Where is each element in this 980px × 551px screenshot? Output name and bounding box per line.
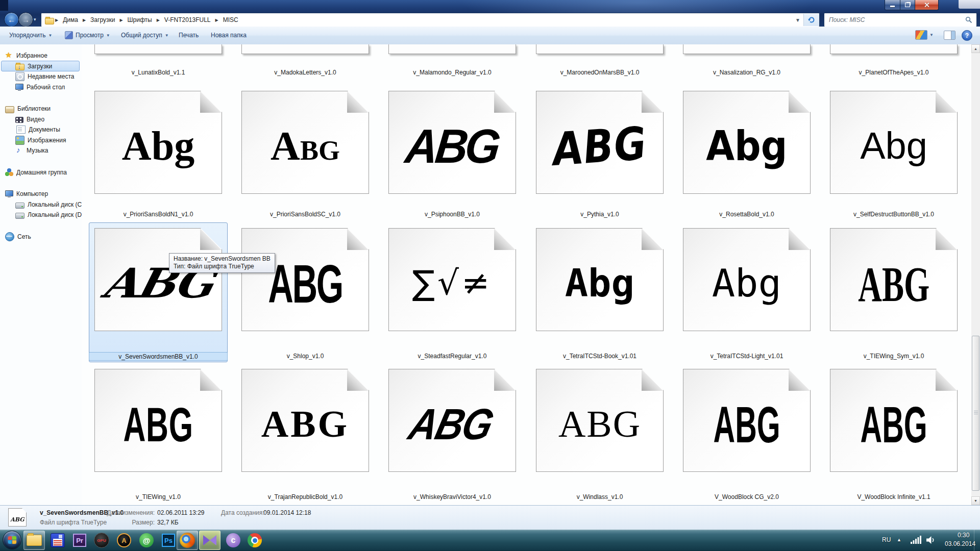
change-view-button[interactable]: ▼ xyxy=(915,30,934,40)
font-file-icon[interactable]: ABG xyxy=(536,369,664,472)
taskbar-app-mailru-agent[interactable]: @ xyxy=(136,531,157,550)
font-file-icon[interactable]: ABG xyxy=(241,228,369,331)
sidebar-item-музыка[interactable]: Музыка xyxy=(15,145,48,156)
font-file-label[interactable]: V_WoodBlock CG_v2.0 xyxy=(677,493,816,502)
new-folder-button[interactable]: Новая папка xyxy=(211,27,247,44)
sidebar-item-видео[interactable]: Видео xyxy=(15,114,44,124)
search-icon[interactable] xyxy=(965,16,976,23)
font-file-icon[interactable]: ABG xyxy=(94,228,222,331)
taskbar-app-bittorrent[interactable]: c xyxy=(223,531,244,550)
font-file-label[interactable]: v_TIEWing_Sym_v1.0 xyxy=(824,352,963,361)
font-file-label[interactable]: v_RosettaBold_v1.0 xyxy=(677,210,816,219)
font-file-label[interactable]: v_PrioriSansBoldSC_v1.0 xyxy=(236,210,375,219)
sidebar-item-загрузки[interactable]: ↓Загрузки xyxy=(15,61,52,71)
scrollbar-thumb[interactable] xyxy=(972,336,979,491)
help-button[interactable]: ? xyxy=(962,30,972,41)
font-file-label[interactable]: v_TetraITCStd-Light_v1.01 xyxy=(677,352,816,361)
font-file-icon[interactable]: ∑√≠ xyxy=(388,228,516,331)
sidebar-item-документы[interactable]: Документы xyxy=(15,124,60,135)
search-box[interactable]: Поиск: MISC xyxy=(824,13,977,27)
minimize-button[interactable] xyxy=(885,0,900,10)
scroll-up-button[interactable]: ▲ xyxy=(971,44,980,53)
show-hidden-icons-button[interactable]: ▲ xyxy=(897,537,901,542)
font-file-label[interactable]: v_Nasalization_RG_v1.0 xyxy=(677,68,816,77)
font-file-label[interactable]: v_TrajanRepublicBold_v1.0 xyxy=(236,493,375,502)
sidebar-item-рабочий-стол[interactable]: Рабочий стол xyxy=(15,82,65,92)
taskbar-app-floppy-disk[interactable] xyxy=(47,531,68,550)
address-dropdown-icon[interactable]: ▼ xyxy=(792,17,803,23)
recent-pages-chevron[interactable]: ▾ xyxy=(34,17,36,22)
font-file-label[interactable]: v_PlanetOfTheApes_v1.0 xyxy=(824,68,963,77)
font-file-label[interactable]: v_PrioriSansBoldN1_v1.0 xyxy=(89,210,228,219)
refresh-button[interactable] xyxy=(803,14,819,26)
font-file-icon-partial[interactable] xyxy=(94,44,222,54)
font-file-label[interactable]: V_WoodBlock Infinite_v1.1 xyxy=(824,493,963,502)
taskbar-app-aimp[interactable]: A xyxy=(113,531,135,550)
sidebar-item-библиотеки[interactable]: Библиотеки xyxy=(5,104,51,114)
back-button[interactable]: ← xyxy=(4,12,19,27)
font-file-label[interactable]: v_SteadfastRegular_v1.0 xyxy=(383,352,522,361)
font-file-label[interactable]: v_PsiphoonBB_v1.0 xyxy=(383,210,522,219)
font-file-label[interactable]: v_MaroonedOnMarsBB_v1.0 xyxy=(530,68,669,77)
sidebar-item-локальный-диск-d[interactable]: Локальный диск (D xyxy=(15,210,82,220)
breadcrumb-item[interactable]: Дима xyxy=(59,14,82,26)
language-indicator[interactable]: RU xyxy=(882,536,891,543)
font-file-icon[interactable]: ABG xyxy=(388,369,516,472)
font-file-icon[interactable]: Abg xyxy=(683,228,811,331)
font-file-icon[interactable]: Abg xyxy=(536,228,664,331)
network-signal-icon[interactable] xyxy=(911,535,922,546)
breadcrumb-item[interactable]: Шрифты xyxy=(124,14,156,26)
view-button[interactable]: Просмотр▼ xyxy=(65,27,110,44)
font-file-label[interactable]: v_Shlop_v1.0 xyxy=(236,352,375,361)
font-file-icon-partial[interactable] xyxy=(830,44,958,54)
font-file-icon-partial[interactable] xyxy=(683,44,811,54)
breadcrumb-item[interactable]: Загрузки xyxy=(87,14,118,26)
sidebar-item-избранное[interactable]: Избранное xyxy=(5,51,47,61)
clock-date[interactable]: 03.06.2014 xyxy=(945,540,975,547)
font-file-icon-partial[interactable] xyxy=(388,44,516,54)
font-file-icon[interactable]: ABG xyxy=(388,91,516,194)
font-file-label[interactable]: v_WhiskeyBraviVictor4_v1.0 xyxy=(383,493,522,502)
font-file-icon[interactable]: ABG xyxy=(241,369,369,472)
restore-button[interactable] xyxy=(900,0,915,10)
font-file-label[interactable]: v_Windlass_v1.0 xyxy=(530,493,669,502)
taskbar-app-firefox[interactable] xyxy=(177,531,198,550)
font-file-label[interactable]: v_TIEWing_v1.0 xyxy=(89,493,228,502)
breadcrumb-item[interactable]: MISC xyxy=(219,14,242,26)
font-file-icon[interactable]: Abg xyxy=(94,91,222,194)
show-desktop-divider[interactable] xyxy=(974,530,974,551)
breadcrumb-item[interactable]: V-FNT2013FULL xyxy=(161,14,214,26)
sidebar-item-домашняя-группа[interactable]: Домашняя группа xyxy=(5,167,67,178)
sidebar-item-изображения[interactable]: Изображения xyxy=(15,135,66,145)
volume-icon[interactable] xyxy=(926,536,936,546)
font-file-icon[interactable]: ABG xyxy=(94,369,222,472)
sidebar-item-сеть[interactable]: Сеть xyxy=(5,232,31,242)
close-button[interactable] xyxy=(915,0,939,10)
scroll-down-button[interactable]: ▼ xyxy=(971,496,980,505)
font-file-label[interactable]: v_Malamondo_Regular_v1.0 xyxy=(383,68,522,77)
taskbar-app-windows-explorer[interactable] xyxy=(23,531,45,550)
font-file-icon[interactable]: Abg xyxy=(683,91,811,194)
taskbar-app-adobe-photoshop[interactable]: Ps xyxy=(158,531,179,550)
address-bar[interactable]: ▶Дима▶Загрузки▶Шрифты▶V-FNT2013FULL▶MISC… xyxy=(41,13,820,27)
font-file-label[interactable]: v_SelfDestructButtonBB_v1.0 xyxy=(824,210,963,219)
font-file-icon[interactable]: ABG xyxy=(536,91,664,194)
forward-button[interactable]: → xyxy=(18,12,33,27)
vertical-scrollbar[interactable]: ▲ ▼ xyxy=(971,44,980,505)
print-button[interactable]: Печать xyxy=(179,27,199,44)
preview-pane-button[interactable] xyxy=(944,31,955,40)
share-button[interactable]: Общий доступ▼ xyxy=(121,27,169,44)
font-file-icon-partial[interactable] xyxy=(536,44,664,54)
taskbar-app-kmplayer[interactable] xyxy=(199,531,220,550)
taskbar-app-adobe-premiere[interactable]: Pr xyxy=(69,531,90,550)
taskbar-app-chrome[interactable] xyxy=(244,531,265,550)
clock-time[interactable]: 0:30 xyxy=(958,532,969,539)
sidebar-item-локальный-диск-c[interactable]: Локальный диск (C xyxy=(15,199,82,210)
font-file-icon[interactable]: Abg xyxy=(830,91,958,194)
font-file-label[interactable]: v_Pythia_v1.0 xyxy=(530,210,669,219)
font-file-label[interactable]: v_MadokaLetters_v1.0 xyxy=(236,68,375,77)
sidebar-item-компьютер[interactable]: Компьютер xyxy=(5,189,48,199)
sidebar-item-недавние-места[interactable]: Недавние места xyxy=(15,71,74,82)
font-file-label[interactable]: v_SevenSwordsmenBB_v1.0 xyxy=(89,352,228,361)
font-file-label[interactable]: v_TetraITCStd-Book_v1.01 xyxy=(530,352,669,361)
